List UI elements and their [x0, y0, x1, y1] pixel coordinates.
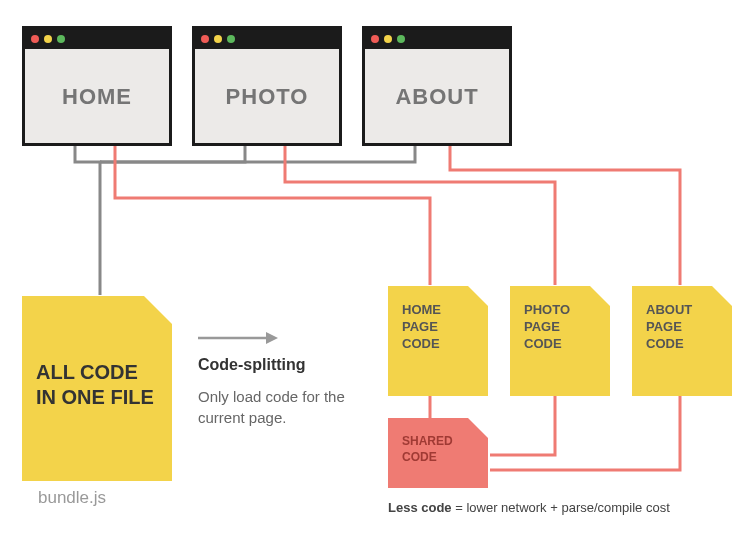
arrow-right-icon — [198, 328, 278, 348]
bundle-filename: bundle.js — [38, 488, 106, 508]
file-text: HOME PAGE CODE — [402, 302, 474, 353]
file-about-chunk: ABOUT PAGE CODE — [632, 286, 732, 396]
browser-window-about: ABOUT — [362, 26, 512, 146]
file-text: ALL CODE IN ONE FILE — [36, 360, 158, 410]
footnote-bold: Less code — [388, 500, 452, 515]
browser-label: HOME — [25, 49, 169, 144]
traffic-light-red-icon — [201, 35, 209, 43]
description-block: Code-splitting Only load code for the cu… — [198, 356, 363, 428]
traffic-light-red-icon — [371, 35, 379, 43]
browser-label: ABOUT — [365, 49, 509, 144]
browser-window-photo: PHOTO — [192, 26, 342, 146]
window-titlebar — [25, 29, 169, 49]
file-corner-icon — [590, 286, 610, 306]
file-corner-icon — [468, 418, 488, 438]
window-titlebar — [365, 29, 509, 49]
file-home-chunk: HOME PAGE CODE — [388, 286, 488, 396]
file-photo-chunk: PHOTO PAGE CODE — [510, 286, 610, 396]
traffic-light-green-icon — [57, 35, 65, 43]
footnote: Less code = lower network + parse/compil… — [388, 500, 670, 515]
traffic-light-yellow-icon — [44, 35, 52, 43]
window-titlebar — [195, 29, 339, 49]
traffic-light-red-icon — [31, 35, 39, 43]
file-shared-chunk: SHARED CODE — [388, 418, 488, 488]
browser-label: PHOTO — [195, 49, 339, 144]
description-text: Only load code for the current page. — [198, 386, 363, 428]
svg-marker-1 — [266, 332, 278, 344]
description-heading: Code-splitting — [198, 356, 363, 374]
traffic-light-yellow-icon — [384, 35, 392, 43]
traffic-light-green-icon — [227, 35, 235, 43]
file-bundle: ALL CODE IN ONE FILE — [22, 296, 172, 481]
file-corner-icon — [144, 296, 172, 324]
browser-window-home: HOME — [22, 26, 172, 146]
file-corner-icon — [468, 286, 488, 306]
file-text: PHOTO PAGE CODE — [524, 302, 596, 353]
traffic-light-green-icon — [397, 35, 405, 43]
file-corner-icon — [712, 286, 732, 306]
file-text: ABOUT PAGE CODE — [646, 302, 718, 353]
traffic-light-yellow-icon — [214, 35, 222, 43]
footnote-rest: = lower network + parse/compile cost — [452, 500, 670, 515]
file-text: SHARED CODE — [402, 434, 474, 465]
